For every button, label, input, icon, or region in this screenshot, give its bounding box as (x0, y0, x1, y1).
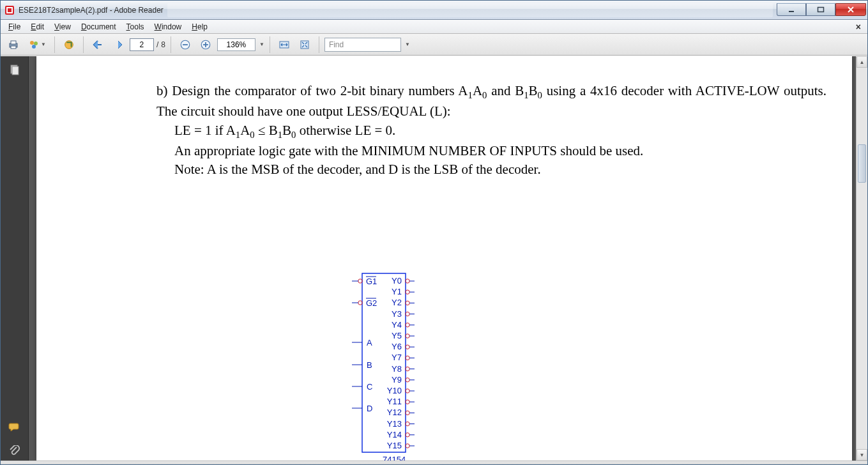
window-title: ESE218T2sampleA(2).pdf - Adobe Reader (19, 6, 164, 15)
next-page-button[interactable] (109, 36, 127, 53)
para3: An appropriate logic gate with the MINIM… (174, 142, 826, 160)
app-window: ESE218T2sampleA(2).pdf - Adobe Reader Fi… (0, 0, 868, 465)
svg-point-9 (34, 42, 38, 45)
svg-rect-6 (11, 41, 16, 44)
svg-point-62 (406, 444, 409, 448)
svg-point-22 (358, 279, 362, 283)
decoder-output-y7: Y7 (392, 353, 402, 362)
svg-point-54 (406, 400, 409, 404)
decoder-g1: G1 (366, 277, 377, 286)
minimize-button[interactable] (777, 3, 806, 16)
decoder-output-y10: Y10 (387, 386, 402, 395)
decoder-output-y11: Y11 (387, 397, 402, 406)
svg-point-52 (406, 389, 409, 393)
zoom-in-button[interactable] (197, 36, 215, 53)
comments-panel-button[interactable] (6, 418, 24, 436)
decoder-input-b: B (367, 360, 372, 370)
email-button[interactable]: ▼ (25, 36, 49, 53)
separator (83, 36, 84, 53)
decoder-diagram: G1 G2 ABCD Y0Y1Y2Y3Y4Y5Y6Y7Y8Y9Y10Y11Y12… (343, 270, 445, 461)
para4: Note: A is the MSB of the decoder, and D… (174, 160, 826, 178)
menu-help[interactable]: Help (187, 21, 213, 33)
menu-file[interactable]: File (3, 21, 26, 33)
menu-view[interactable]: View (49, 21, 76, 33)
fit-page-button[interactable] (296, 36, 314, 53)
para1-part1: Design the comparator of two 2-bit binar… (172, 83, 468, 98)
decoder-input-c: C (367, 382, 372, 392)
window-controls (777, 4, 866, 16)
titlebar-spacer (167, 3, 773, 17)
menubar: File Edit View Document Tools Window Hel… (1, 20, 867, 34)
decoder-output-y0: Y0 (392, 276, 402, 286)
sidebar (1, 56, 29, 461)
decoder-output-y5: Y5 (392, 331, 402, 340)
svg-rect-3 (789, 11, 794, 12)
maximize-button[interactable] (806, 3, 835, 16)
svg-point-42 (406, 334, 409, 338)
menu-tools[interactable]: Tools (121, 21, 149, 33)
decoder-input-d: D (367, 404, 372, 413)
zoom-readout[interactable]: 136% (217, 38, 255, 51)
close-button[interactable] (835, 3, 866, 16)
prev-page-button[interactable] (89, 36, 107, 53)
svg-point-40 (406, 323, 409, 327)
document-page: b) Design the comparator of two 2-bit bi… (36, 56, 852, 461)
chevron-down-icon: ▼ (41, 42, 46, 47)
svg-point-36 (406, 301, 409, 305)
decoder-output-y4: Y4 (392, 320, 402, 330)
find-input[interactable]: Find (324, 38, 401, 52)
svg-rect-13 (183, 44, 188, 45)
document-viewport[interactable]: b) Design the comparator of two 2-bit bi… (29, 56, 867, 461)
svg-point-60 (406, 433, 409, 437)
svg-point-56 (406, 411, 409, 415)
zoom-out-button[interactable] (176, 36, 194, 53)
decoder-output-y12: Y12 (387, 408, 402, 417)
statusbar (1, 461, 867, 464)
scroll-thumb[interactable] (858, 144, 866, 183)
decoder-output-y14: Y14 (387, 430, 402, 439)
decoder-output-y9: Y9 (392, 375, 402, 385)
menu-edit[interactable]: Edit (26, 21, 49, 33)
svg-point-25 (358, 301, 362, 305)
print-button[interactable] (4, 36, 22, 53)
scroll-up-button[interactable]: ▲ (857, 56, 867, 68)
collab-button[interactable] (60, 36, 78, 53)
scroll-down-button[interactable]: ▼ (857, 449, 867, 461)
app-icon (4, 5, 15, 15)
page-sep: / (156, 40, 158, 49)
titlebar[interactable]: ESE218T2sampleA(2).pdf - Adobe Reader (1, 1, 867, 20)
zoom-dropdown[interactable]: ▼ (259, 42, 264, 47)
svg-point-50 (406, 378, 409, 382)
attachments-panel-button[interactable] (6, 443, 24, 461)
decoder-output-y2: Y2 (392, 298, 402, 307)
find-dropdown[interactable]: ▼ (405, 42, 410, 47)
svg-point-58 (406, 422, 409, 425)
svg-point-8 (30, 41, 34, 45)
svg-point-32 (406, 279, 409, 283)
vertical-scrollbar[interactable]: ▲ ▼ (856, 56, 867, 461)
page-content: b) Design the comparator of two 2-bit bi… (156, 82, 826, 178)
fit-width-button[interactable] (275, 36, 293, 53)
svg-rect-4 (818, 8, 824, 12)
svg-point-48 (406, 367, 409, 370)
page-input[interactable] (130, 38, 154, 51)
pages-panel-button[interactable] (6, 61, 24, 79)
decoder-output-y6: Y6 (392, 342, 402, 351)
svg-point-44 (406, 345, 409, 349)
decoder-output-y13: Y13 (387, 419, 402, 429)
decoder-output-y3: Y3 (392, 309, 402, 319)
mdi-close-button[interactable]: × (852, 22, 865, 32)
separator (319, 36, 319, 53)
menu-window[interactable]: Window (149, 21, 187, 33)
menu-document[interactable]: Document (76, 21, 121, 33)
svg-rect-7 (11, 46, 16, 49)
svg-rect-16 (205, 42, 206, 47)
decoder-output-y15: Y15 (387, 441, 402, 450)
svg-rect-20 (12, 66, 19, 75)
scroll-track[interactable] (857, 68, 867, 449)
svg-rect-18 (301, 41, 308, 49)
decoder-output-y1: Y1 (392, 287, 402, 296)
svg-point-10 (32, 45, 36, 49)
decoder-input-a: A (367, 338, 372, 347)
separator (171, 36, 171, 53)
